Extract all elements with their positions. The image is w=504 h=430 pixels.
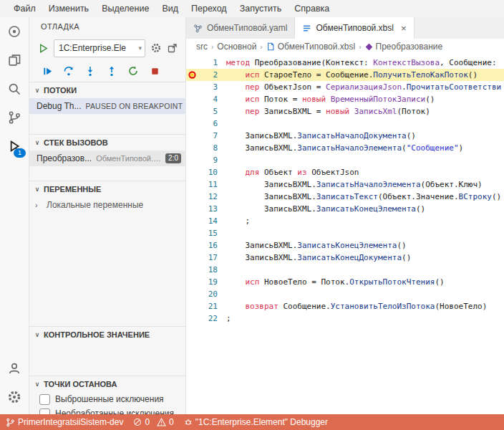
code-line[interactable]: 5 пер ЗаписьBXML = новый ЗаписьXml(Поток… <box>186 105 504 118</box>
breakpoint-gutter[interactable] <box>186 178 198 191</box>
branch-segment[interactable]: PrimerIntegratsiiSistem-dev <box>6 417 123 427</box>
breakpoint-gutter[interactable] <box>186 154 198 166</box>
menu-item-view[interactable]: Вид <box>155 0 185 17</box>
problems-segment[interactable]: 0 0 <box>133 417 173 427</box>
breakpoints-section-header[interactable]: ∨ ТОЧКИ ОСТАНОВА <box>29 376 185 392</box>
breakpoint-gutter[interactable] <box>186 203 198 215</box>
step-out-icon[interactable] <box>105 64 118 77</box>
line-number[interactable]: 5 <box>198 107 226 116</box>
code-line[interactable]: 15 <box>186 227 504 239</box>
search-icon[interactable] <box>0 75 29 103</box>
breakpoint-gutter[interactable] <box>186 81 198 93</box>
code-line[interactable]: 10 для Объект из ОбъектJson <box>186 166 504 178</box>
line-number[interactable]: 15 <box>198 229 226 238</box>
breakpoint-gutter[interactable] <box>186 227 198 239</box>
line-number[interactable]: 3 <box>198 82 226 92</box>
code-line[interactable]: 22; <box>186 312 504 325</box>
launch-settings-gear-icon[interactable] <box>150 42 162 54</box>
code-line[interactable]: 2 исп СтароеТело = Сообщение.ПолучитьТел… <box>186 69 504 81</box>
line-number[interactable]: 1 <box>198 58 226 67</box>
breakpoint-gutter[interactable] <box>186 191 198 203</box>
code-line[interactable]: 17 ЗаписьBXML.ЗаписатьКонецДокумента() <box>186 252 504 264</box>
menu-item-run[interactable]: Запустить <box>233 0 289 17</box>
source-control-icon[interactable] <box>0 103 29 132</box>
restart-icon[interactable] <box>127 64 140 77</box>
code-line[interactable]: 20 <box>186 288 504 300</box>
tab-obmentipovoy-xbsl[interactable]: ОбменТиповой.xbsl × <box>295 17 414 39</box>
code-editor[interactable]: 1метод Преобразование(Контекст: Контекст… <box>186 54 504 414</box>
line-number[interactable]: 12 <box>198 192 226 201</box>
breakpoint-gutter[interactable] <box>186 130 198 142</box>
breakpoint-gutter[interactable] <box>186 252 198 264</box>
breakpoint-gutter[interactable] <box>186 105 198 118</box>
launch-config-select[interactable]: 1C:Enterprise.Ele ▾ <box>54 39 145 57</box>
line-number[interactable]: 14 <box>198 216 226 226</box>
breadcrumb-method[interactable]: Преобразование <box>365 42 443 52</box>
code-line[interactable]: 9 <box>186 154 504 166</box>
line-number[interactable]: 16 <box>198 241 226 250</box>
tab-obmentipovoy-yaml[interactable]: ОбменТиповой.yaml <box>186 17 295 39</box>
close-icon[interactable]: × <box>401 23 407 34</box>
threads-section-header[interactable]: ∨ ПОТОКИ <box>29 82 185 98</box>
menu-item-file[interactable]: Файл <box>7 0 42 17</box>
account-icon[interactable] <box>0 354 29 383</box>
menu-item-edit[interactable]: Изменить <box>42 0 95 17</box>
code-line[interactable]: 18 <box>186 264 504 276</box>
variables-section-header[interactable]: ∨ ПЕРЕМЕННЫЕ <box>29 181 185 197</box>
code-line[interactable]: 13 ЗаписьBXML.ЗаписатьКонецЭлемента() <box>186 203 504 215</box>
code-line[interactable]: 19 исп НовоеТело = Поток.ОткрытьПотокЧте… <box>186 276 504 288</box>
code-line[interactable]: 8 ЗаписьBXML.ЗаписатьНачалоЭлемента("Соо… <box>186 142 504 154</box>
line-number[interactable]: 4 <box>198 95 226 104</box>
stack-frame-row[interactable]: Преобразов... ОбменТиповой.xbsl 2:0 <box>29 150 185 166</box>
line-number[interactable]: 11 <box>198 180 226 189</box>
run-and-debug-icon[interactable]: 1 <box>0 132 29 161</box>
code-line[interactable]: 11 ЗаписьBXML.ЗаписатьНачалоЭлемента(Объ… <box>186 178 504 191</box>
debugger-segment[interactable]: "1C:Enterprise.Element" Debugger <box>184 417 328 427</box>
start-debug-icon[interactable] <box>38 43 49 54</box>
breakpoint-gutter[interactable] <box>186 118 198 130</box>
code-line[interactable]: 16 ЗаписьBXML.ЗаписатьКонецЭлемента() <box>186 239 504 252</box>
open-panel-icon[interactable] <box>167 42 178 54</box>
local-variables-row[interactable]: › Локальные переменные <box>29 197 185 213</box>
watch-section-header[interactable]: ∨ КОНТРОЛЬНОЕ ЗНАЧЕНИЕ <box>29 326 185 343</box>
code-line[interactable]: 4 исп Поток = новый ВременныйПотокЗаписи… <box>186 93 504 105</box>
element-logo-icon[interactable] <box>0 17 29 46</box>
line-number[interactable]: 21 <box>198 302 226 311</box>
line-number[interactable]: 17 <box>198 253 226 262</box>
code-line[interactable]: 3 пер ОбъектJson = СериализацияJson.Проч… <box>186 81 504 93</box>
step-into-icon[interactable] <box>84 64 97 77</box>
line-number[interactable]: 6 <box>198 119 226 128</box>
menu-item-help[interactable]: Справка <box>288 0 336 17</box>
explorer-icon[interactable] <box>0 46 29 75</box>
checkbox-uncaught-exceptions[interactable] <box>39 408 50 415</box>
line-number[interactable]: 9 <box>198 156 226 165</box>
line-number[interactable]: 22 <box>198 314 226 323</box>
line-number[interactable]: 7 <box>198 131 226 140</box>
continue-icon[interactable] <box>41 64 54 77</box>
stop-icon[interactable] <box>148 64 161 77</box>
line-number[interactable]: 20 <box>198 290 226 299</box>
settings-gear-icon[interactable] <box>0 383 29 411</box>
code-line[interactable]: 1метод Преобразование(Контекст: Контекст… <box>186 57 504 69</box>
current-statement-marker[interactable] <box>186 69 198 81</box>
menu-item-go[interactable]: Переход <box>185 0 233 17</box>
breakpoint-option-row[interactable]: Выброшенные исключения <box>29 392 185 406</box>
breakpoint-gutter[interactable] <box>186 264 198 276</box>
breakpoint-gutter[interactable] <box>186 300 198 312</box>
step-over-icon[interactable] <box>62 64 75 77</box>
checkbox-thrown-exceptions[interactable] <box>39 394 50 405</box>
breakpoint-gutter[interactable] <box>186 142 198 154</box>
breakpoint-gutter[interactable] <box>186 93 198 105</box>
line-number[interactable]: 8 <box>198 143 226 153</box>
breakpoint-gutter[interactable] <box>186 288 198 300</box>
call-stack-section-header[interactable]: ∨ СТЕК ВЫЗОВОВ <box>29 134 185 150</box>
breakpoint-gutter[interactable] <box>186 239 198 252</box>
code-line[interactable]: 12 ЗаписьBXML.ЗаписатьТекст(Объект.Значе… <box>186 191 504 203</box>
line-number[interactable]: 10 <box>198 168 226 177</box>
breadcrumb-src[interactable]: src <box>196 42 208 52</box>
breakpoint-gutter[interactable] <box>186 276 198 288</box>
line-number[interactable]: 13 <box>198 204 226 214</box>
code-line[interactable]: 7 ЗаписьBXML.ЗаписатьНачалоДокумента() <box>186 130 504 142</box>
breadcrumb-osnovnoy[interactable]: Основной <box>217 42 256 52</box>
thread-row[interactable]: Debug Th... PAUSED ON BREAKPOINT <box>29 98 185 114</box>
